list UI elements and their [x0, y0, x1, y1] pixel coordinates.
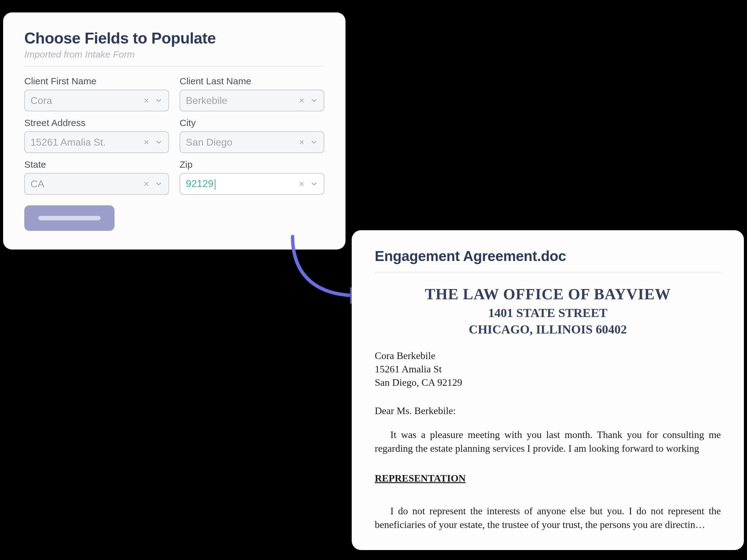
field-label: Client Last Name [180, 76, 324, 86]
populate-fields-card: Choose Fields to Populate Imported from … [3, 12, 345, 249]
placeholder-bar [38, 216, 101, 220]
field-label: City [180, 117, 324, 128]
field-value: Berkebile [186, 95, 299, 106]
field-value: CA [30, 178, 144, 190]
recipient-cityline: San Diego, CA 92129 [375, 376, 721, 389]
document-preview-card: Engagement Agreement.doc THE LAW OFFICE … [352, 230, 744, 550]
form-title: Choose Fields to Populate [24, 29, 324, 47]
street-input[interactable]: 15261 Amalia St. × [24, 131, 169, 153]
body-paragraph-1: It was a pleasure meeting with you last … [375, 428, 721, 455]
field-row-3: State CA × Zip 92129 × [24, 159, 324, 195]
clear-icon[interactable]: × [299, 137, 304, 147]
letterhead-street: 1401 STATE STREET [375, 305, 721, 320]
clear-icon[interactable]: × [144, 179, 149, 189]
clear-icon[interactable]: × [299, 179, 304, 189]
letterhead: THE LAW OFFICE OF BAYVIEW 1401 STATE STR… [375, 285, 721, 337]
field-zip: Zip 92129 × [180, 159, 324, 195]
chevron-down-icon[interactable] [310, 138, 318, 146]
field-label: Client First Name [24, 76, 169, 86]
chevron-down-icon[interactable] [310, 180, 318, 188]
letterhead-firm: THE LAW OFFICE OF BAYVIEW [375, 285, 721, 303]
chevron-down-icon[interactable] [310, 97, 318, 105]
field-last-name: Client Last Name Berkebile × [180, 76, 324, 111]
city-input[interactable]: San Diego × [180, 131, 324, 153]
clear-icon[interactable]: × [144, 96, 149, 105]
field-value: Cora [30, 95, 144, 106]
field-label: Street Address [24, 117, 169, 128]
divider [24, 66, 324, 66]
state-input[interactable]: CA × [24, 173, 169, 195]
clear-icon[interactable]: × [299, 96, 304, 105]
chevron-down-icon[interactable] [155, 180, 163, 188]
recipient-street: 15261 Amalia St [375, 363, 721, 376]
last-name-input[interactable]: Berkebile × [180, 89, 324, 111]
recipient-name: Cora Berkebile [375, 349, 721, 363]
field-value: 92129 [186, 178, 299, 190]
field-street: Street Address 15261 Amalia St. × [24, 117, 169, 153]
salutation: Dear Ms. Berkebile: [375, 405, 721, 417]
clear-icon[interactable]: × [144, 137, 149, 147]
field-first-name: Client First Name Cora × [24, 76, 169, 111]
field-value: 15261 Amalia St. [30, 137, 144, 148]
chevron-down-icon[interactable] [155, 138, 163, 146]
first-name-input[interactable]: Cora × [24, 89, 169, 111]
submit-button[interactable] [24, 205, 114, 231]
zip-input[interactable]: 92129 × [180, 173, 324, 195]
field-state: State CA × [24, 159, 169, 195]
recipient-address: Cora Berkebile 15261 Amalia St San Diego… [375, 349, 721, 390]
form-subtitle: Imported from Intake Form [24, 49, 324, 60]
field-value: San Diego [186, 137, 299, 148]
document-filename: Engagement Agreement.doc [375, 248, 721, 264]
letterhead-cityline: CHICAGO, ILLINOIS 60402 [375, 322, 721, 337]
field-label: State [24, 159, 169, 170]
divider [375, 272, 721, 272]
field-row-1: Client First Name Cora × Client Last Nam… [24, 76, 324, 111]
body-paragraph-2: I do not represent the interests of anyo… [375, 504, 721, 531]
section-heading-representation: REPRESENTATION [375, 473, 721, 484]
chevron-down-icon[interactable] [155, 97, 163, 105]
field-row-2: Street Address 15261 Amalia St. × City S… [24, 117, 324, 153]
field-label: Zip [180, 159, 324, 170]
field-city: City San Diego × [180, 117, 324, 153]
text-cursor [215, 179, 215, 190]
